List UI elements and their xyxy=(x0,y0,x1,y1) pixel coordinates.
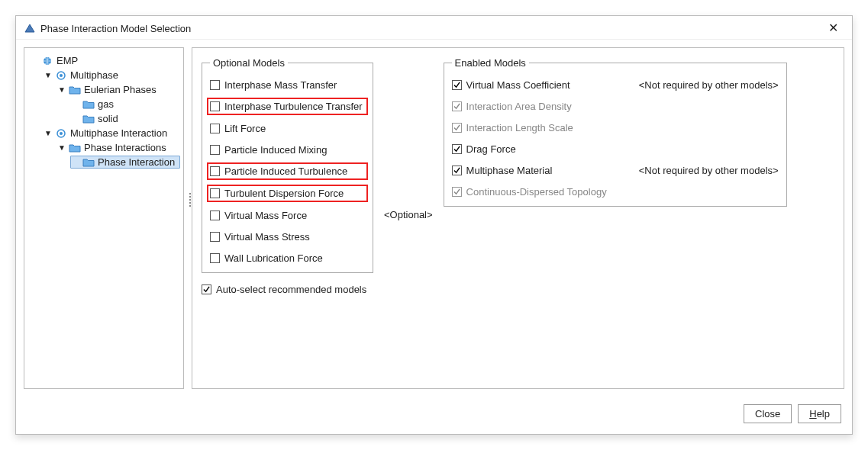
optional-model-label: Interphase Mass Transfer xyxy=(224,79,337,91)
folder-icon xyxy=(82,157,95,168)
folder-icon xyxy=(69,85,81,95)
target-icon xyxy=(55,128,67,139)
window-title: Phase Interaction Model Selection xyxy=(40,23,191,34)
optional-model-label: Lift Force xyxy=(224,123,266,134)
tree-node-emp[interactable]: ▶ EMP xyxy=(29,54,180,67)
tree-label: gas xyxy=(98,98,114,110)
tree-label: solid xyxy=(98,113,118,124)
auto-select-row: Auto-select recommended models xyxy=(202,284,373,295)
tree-panel: ▶ EMP ▼ Mult xyxy=(24,47,184,389)
optional-model-row: Interphase Turbulence Transfer xyxy=(207,98,368,115)
auto-select-label: Auto-select recommended models xyxy=(216,284,366,295)
optional-model-label: Virtual Mass Stress xyxy=(224,231,310,243)
tree-node-multiphase-interaction[interactable]: ▼ Multiphase Interaction xyxy=(43,127,180,140)
optional-model-label: Interphase Turbulence Transfer xyxy=(224,101,363,112)
checkbox[interactable] xyxy=(210,253,220,263)
optional-model-label: Particle Induced Mixing xyxy=(224,144,327,156)
optional-indicator: <Optional> xyxy=(384,209,433,220)
enabled-model-note: <Not required by other models> xyxy=(639,165,779,176)
enabled-model-row: Virtual Mass Coefficient <Not required b… xyxy=(452,78,779,92)
enabled-model-row: Multiphase Material <Not required by oth… xyxy=(452,163,779,177)
enabled-model-row: Continuous-Dispersed Topology xyxy=(452,185,779,198)
close-button[interactable]: ✕ xyxy=(821,22,844,34)
optional-model-row: Wall Lubrication Force xyxy=(210,251,365,265)
svg-point-2 xyxy=(60,74,63,77)
dialog-window: Phase Interaction Model Selection ✕ ▶ EM… xyxy=(15,15,853,435)
checkbox-disabled xyxy=(452,187,462,197)
help-button[interactable]: Help xyxy=(798,404,841,423)
checkbox[interactable] xyxy=(452,144,462,154)
enabled-models-legend: Enabled Models xyxy=(452,57,529,69)
titlebar: Phase Interaction Model Selection ✕ xyxy=(16,16,852,40)
dialog-footer: Close Help xyxy=(16,397,852,434)
expander-icon[interactable]: ▼ xyxy=(44,71,52,79)
tree-node-phase-interactions[interactable]: ▼ Phase Interactions xyxy=(56,141,180,154)
enabled-model-row: Interaction Area Density xyxy=(452,99,779,113)
optional-model-label: Wall Lubrication Force xyxy=(224,252,323,264)
checkbox[interactable] xyxy=(210,101,220,111)
checkbox-disabled xyxy=(452,123,462,133)
enabled-model-label: Multiphase Material xyxy=(466,165,553,176)
folder-icon xyxy=(69,143,81,153)
enabled-models-group: Enabled Models Virtual Mass Coefficient … xyxy=(444,57,787,207)
enabled-model-row: Drag Force xyxy=(452,142,779,156)
optional-model-label: Particle Induced Turbulence xyxy=(224,166,347,177)
checkbox[interactable] xyxy=(210,188,220,198)
tree-label: Phase Interaction xyxy=(98,156,175,168)
checkbox[interactable] xyxy=(210,124,220,133)
optional-model-row: Particle Induced Mixing xyxy=(210,143,365,156)
tree-label: EMP xyxy=(56,55,78,66)
tree-node-gas[interactable]: ▶ gas xyxy=(70,98,180,111)
app-icon xyxy=(24,23,36,34)
tree-label: Multiphase Interaction xyxy=(70,127,167,139)
enabled-model-label: Continuous-Dispersed Topology xyxy=(466,186,607,198)
optional-models-group: Optional Models Interphase Mass Transfer… xyxy=(202,57,373,273)
checkbox-auto-select[interactable] xyxy=(202,284,211,294)
enabled-model-label: Interaction Area Density xyxy=(466,101,572,112)
checkbox[interactable] xyxy=(210,232,220,242)
enabled-model-row: Interaction Length Scale xyxy=(452,121,779,134)
globe-icon xyxy=(41,56,53,66)
optional-model-row: Virtual Mass Force xyxy=(210,208,365,222)
expander-icon[interactable]: ▼ xyxy=(58,143,66,152)
tree-label: Multiphase xyxy=(70,69,118,81)
target-icon xyxy=(55,70,67,81)
splitter-handle[interactable] xyxy=(189,193,191,207)
enabled-model-label: Virtual Mass Coefficient xyxy=(466,79,570,91)
expander-icon[interactable]: ▼ xyxy=(58,85,66,94)
enabled-model-label: Interaction Length Scale xyxy=(466,122,573,133)
checkbox[interactable] xyxy=(210,80,220,90)
optional-model-row: Interphase Mass Transfer xyxy=(210,78,365,92)
checkbox[interactable] xyxy=(452,166,462,175)
checkbox[interactable] xyxy=(210,211,220,220)
close-button[interactable]: Close xyxy=(744,404,792,423)
enabled-model-note: <Not required by other models> xyxy=(639,79,779,91)
folder-icon xyxy=(82,114,95,124)
models-panel: Optional Models Interphase Mass Transfer… xyxy=(192,47,844,389)
tree-node-solid[interactable]: ▶ solid xyxy=(70,112,180,125)
optional-model-label: Virtual Mass Force xyxy=(224,210,307,221)
optional-models-legend: Optional Models xyxy=(210,57,288,69)
checkbox-disabled xyxy=(452,101,462,111)
content-area: ▶ EMP ▼ Mult xyxy=(16,40,852,397)
optional-model-row: Lift Force xyxy=(210,121,365,135)
checkbox[interactable] xyxy=(210,145,220,155)
tree-label: Phase Interactions xyxy=(84,142,166,153)
tree-node-phase-interaction[interactable]: ▶ Phase Interaction xyxy=(70,156,180,169)
enabled-model-label: Drag Force xyxy=(466,143,516,155)
checkbox[interactable] xyxy=(210,166,220,176)
tree-node-eulerian[interactable]: ▼ Eulerian Phases xyxy=(56,83,180,96)
svg-point-4 xyxy=(60,132,63,135)
optional-model-row: Turbulent Dispersion Force xyxy=(207,185,368,202)
expander-icon[interactable]: ▼ xyxy=(44,129,52,137)
tree-node-multiphase[interactable]: ▼ Multiphase xyxy=(43,69,180,82)
optional-model-row: Particle Induced Turbulence xyxy=(207,162,368,180)
checkbox[interactable] xyxy=(452,80,462,90)
optional-model-row: Virtual Mass Stress xyxy=(210,230,365,243)
tree-label: Eulerian Phases xyxy=(84,84,156,95)
optional-model-label: Turbulent Dispersion Force xyxy=(224,188,344,199)
folder-icon xyxy=(82,99,95,110)
